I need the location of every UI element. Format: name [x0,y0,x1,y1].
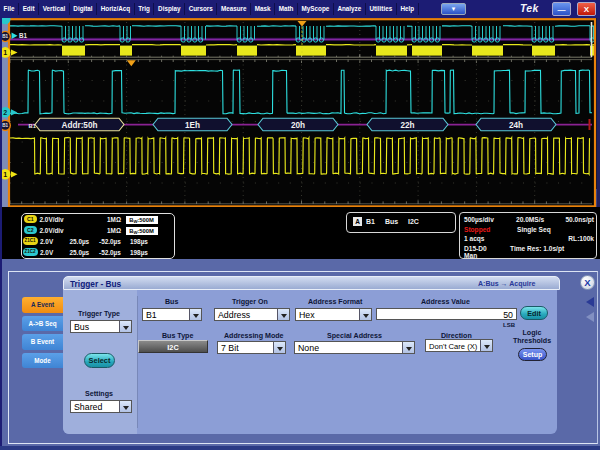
svg-text:24h: 24h [509,121,523,130]
svg-text:20h: 20h [291,121,305,130]
svg-text:B1: B1 [19,32,28,39]
svg-text:1: 1 [3,49,7,56]
svg-text:1: 1 [3,171,7,178]
svg-text:B1: B1 [2,123,8,128]
svg-text:B1: B1 [2,34,8,39]
svg-text:2: 2 [3,109,7,116]
svg-text:B1: B1 [29,123,37,129]
svg-text:Addr:50h: Addr:50h [62,121,98,130]
svg-text:1Eh: 1Eh [185,121,200,130]
svg-text:22h: 22h [400,121,414,130]
